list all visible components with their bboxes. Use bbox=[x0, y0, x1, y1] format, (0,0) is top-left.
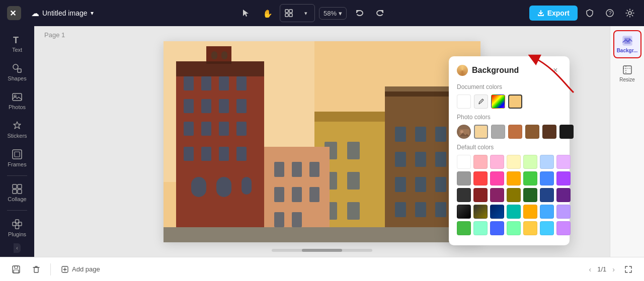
dc-violet[interactable] bbox=[556, 171, 571, 185]
dc-gray[interactable] bbox=[457, 171, 471, 185]
svg-rect-71 bbox=[415, 177, 426, 192]
dc-lilac[interactable] bbox=[556, 221, 571, 235]
dc-blue[interactable] bbox=[540, 171, 554, 185]
photo-swatch-3[interactable] bbox=[508, 125, 522, 139]
undo-button[interactable] bbox=[351, 5, 368, 22]
dc-cyan[interactable] bbox=[540, 221, 554, 235]
dc-lime[interactable] bbox=[457, 221, 471, 235]
hand-tool-button[interactable]: ✋ bbox=[259, 5, 276, 22]
doc-color-rainbow[interactable] bbox=[491, 95, 505, 109]
dc-darkred[interactable] bbox=[473, 188, 488, 202]
document-colors-row bbox=[457, 95, 561, 109]
canvas-scrollbar[interactable] bbox=[272, 249, 372, 252]
shield-icon-button[interactable] bbox=[582, 5, 598, 21]
bottom-save-button[interactable] bbox=[8, 261, 24, 277]
next-page-button[interactable]: › bbox=[610, 263, 617, 275]
dc-lightpink[interactable] bbox=[473, 155, 488, 169]
photo-swatch-6[interactable] bbox=[559, 125, 574, 139]
dc-dark-blue2[interactable] bbox=[490, 205, 504, 219]
layout-chevron-icon: ▾ bbox=[304, 10, 307, 17]
dc-lightblue[interactable] bbox=[540, 155, 554, 169]
layout-button[interactable] bbox=[280, 5, 297, 22]
photo-swatch-4[interactable] bbox=[525, 125, 539, 139]
rp-item-resize[interactable]: Resize bbox=[613, 60, 641, 86]
dc-mint[interactable] bbox=[473, 221, 488, 235]
svg-rect-55 bbox=[347, 142, 360, 159]
dc-black[interactable] bbox=[457, 205, 471, 219]
photo-swatch-1[interactable] bbox=[474, 125, 488, 139]
dc-teal[interactable] bbox=[507, 205, 521, 219]
doc-color-beige[interactable] bbox=[508, 95, 522, 109]
dc-black-yellow[interactable] bbox=[473, 205, 488, 219]
export-button[interactable]: Export bbox=[529, 6, 578, 21]
sidebar-item-plugins[interactable]: Plugins bbox=[3, 215, 31, 241]
sidebar-item-photos[interactable]: Photos bbox=[3, 87, 31, 114]
sidebar-item-text[interactable]: T Text bbox=[3, 30, 31, 57]
dc-lightrose[interactable] bbox=[490, 155, 504, 169]
svg-rect-78 bbox=[274, 162, 284, 177]
dc-royal[interactable] bbox=[490, 221, 504, 235]
dc-seafoam[interactable] bbox=[507, 221, 521, 235]
layout-chevron-button[interactable]: ▾ bbox=[297, 5, 314, 22]
photo-swatch-5[interactable] bbox=[542, 125, 556, 139]
svg-rect-41 bbox=[201, 122, 211, 136]
text-icon: T bbox=[12, 34, 23, 45]
sidebar-item-shapes-label: Shapes bbox=[8, 75, 26, 81]
dc-darkyellow[interactable] bbox=[507, 188, 521, 202]
doc-color-white[interactable] bbox=[457, 95, 471, 109]
add-page-button[interactable]: Add page bbox=[57, 263, 104, 275]
dc-red[interactable] bbox=[473, 171, 488, 185]
select-tool-button[interactable] bbox=[237, 5, 255, 22]
dc-amber[interactable] bbox=[523, 205, 537, 219]
dc-darkmagenta[interactable] bbox=[490, 188, 504, 202]
canvas-frame[interactable] bbox=[164, 41, 480, 242]
dc-sky[interactable] bbox=[540, 205, 554, 219]
sidebar-item-shapes[interactable]: Shapes bbox=[3, 59, 31, 85]
dc-hotpink[interactable] bbox=[490, 171, 504, 185]
svg-rect-99 bbox=[14, 270, 19, 273]
sidebar-item-collage-label: Collage bbox=[8, 196, 26, 202]
bg-panel-close-button[interactable]: × bbox=[549, 64, 561, 76]
settings-button[interactable] bbox=[622, 5, 638, 21]
fullscreen-button[interactable] bbox=[621, 262, 636, 277]
dc-lightyellow[interactable] bbox=[507, 155, 521, 169]
topbar: ✕ ☁ Untitled image ▾ ✋ ▾ 58% ▾ bbox=[0, 0, 644, 26]
dc-lavender[interactable] bbox=[556, 205, 571, 219]
photos-icon bbox=[12, 91, 23, 103]
sidebar-item-stickers[interactable]: Stickers bbox=[3, 116, 31, 143]
svg-rect-44 bbox=[184, 147, 194, 161]
zoom-control[interactable]: 58% ▾ bbox=[319, 7, 347, 20]
photo-swatch-2[interactable] bbox=[491, 125, 505, 139]
dc-white[interactable] bbox=[457, 155, 471, 169]
dc-darkgray[interactable] bbox=[457, 188, 471, 202]
dc-darkpurple[interactable] bbox=[556, 188, 571, 202]
dc-green[interactable] bbox=[523, 171, 537, 185]
dc-gold[interactable] bbox=[523, 221, 537, 235]
dc-lightgreen[interactable] bbox=[523, 155, 537, 169]
photo-swatch-photo[interactable] bbox=[457, 125, 471, 139]
canvas-scrollbar-thumb[interactable] bbox=[302, 249, 342, 252]
rp-item-background[interactable]: Backgr... bbox=[613, 30, 641, 58]
dc-darkgreen[interactable] bbox=[523, 188, 537, 202]
bottombar-right: ‹ 1/1 › bbox=[587, 262, 636, 277]
help-button[interactable]: ? bbox=[602, 5, 618, 21]
svg-rect-66 bbox=[395, 152, 406, 167]
bottom-trash-button[interactable] bbox=[28, 261, 44, 277]
sidebar-collapse-handle[interactable]: ‹ bbox=[14, 243, 21, 253]
sidebar-item-frames[interactable]: Frames bbox=[3, 145, 31, 171]
dc-orange[interactable] bbox=[507, 171, 521, 185]
zoom-value: 58% bbox=[324, 10, 337, 17]
redo-button[interactable] bbox=[372, 5, 389, 22]
svg-rect-15 bbox=[13, 150, 22, 159]
eyedropper-tool[interactable] bbox=[474, 95, 488, 109]
sidebar-item-collage[interactable]: Collage bbox=[3, 179, 31, 206]
svg-rect-32 bbox=[184, 76, 194, 90]
canvas-area[interactable]: Page 1 bbox=[34, 26, 610, 257]
prev-page-button[interactable]: ‹ bbox=[587, 263, 594, 275]
dc-darkblue[interactable] bbox=[540, 188, 554, 202]
svg-rect-18 bbox=[18, 184, 22, 189]
default-colors-label: Default colors bbox=[457, 144, 561, 151]
document-title[interactable]: ☁ Untitled image ▾ bbox=[27, 7, 98, 20]
dc-lightpurple[interactable] bbox=[556, 155, 571, 169]
sidebar-item-frames-label: Frames bbox=[8, 161, 26, 167]
